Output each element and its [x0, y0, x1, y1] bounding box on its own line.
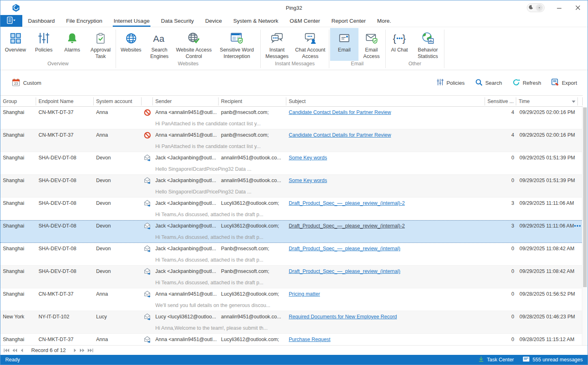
column-header-sender[interactable]: Sender: [153, 96, 219, 107]
last-page-button[interactable]: [88, 348, 93, 352]
cell-sensitive-count: 3: [485, 200, 516, 206]
table-row[interactable]: ShanghaiSHA-DEV-DT-08DevonJack <Jackpanb…: [0, 152, 583, 175]
subject-link[interactable]: Draft_Product_Spec_—_please_review_(inte…: [289, 268, 400, 274]
cell-body-preview: Hello SingaporeIDcardPricePing32 Data ..…: [153, 189, 583, 195]
table-row[interactable]: ShanghaiCN-MKT-DT-37AnnaAnna <annalin945…: [0, 288, 583, 311]
table-row[interactable]: ShanghaiCN-MKT-DT-37AnnaAnna <annalin945…: [0, 107, 583, 129]
ribbon-item-chat-account-access[interactable]: Chat Account Access: [292, 28, 328, 61]
subject-link[interactable]: Purchase Request: [289, 337, 330, 342]
tab-device[interactable]: Device: [200, 15, 227, 27]
refresh-icon: [513, 79, 520, 87]
column-header-recipient[interactable]: Recipient: [219, 96, 286, 107]
tab-system-network[interactable]: System & Network: [227, 15, 284, 27]
cell-endpoint-name: CN-MKT-DT-37: [36, 132, 94, 138]
export-button[interactable]: Export: [552, 79, 577, 87]
ribbon-item-approval-task[interactable]: Approval Task: [86, 28, 115, 61]
tab-dashboard[interactable]: Dashboard: [22, 15, 60, 27]
vertical-scrollbar[interactable]: [582, 107, 587, 345]
first-page-button[interactable]: [4, 348, 9, 352]
ribbon-item-email-access[interactable]: Email Access: [358, 28, 384, 61]
tab-report-center[interactable]: Report Center: [326, 15, 371, 27]
ribbon-item-overview[interactable]: Overview: [1, 28, 30, 61]
prev-group-button[interactable]: [12, 348, 17, 352]
clipboard-check-icon: [95, 31, 106, 45]
column-header-subject[interactable]: Subject: [286, 96, 485, 107]
ribbon-item-instant-messages[interactable]: Instant Messages: [262, 28, 292, 61]
column-header-time[interactable]: Time: [516, 96, 578, 107]
row-more-icon[interactable]: [574, 225, 581, 227]
ribbon-item-alarms[interactable]: Alarms: [58, 28, 86, 61]
cell-system-account: Devon: [94, 268, 142, 274]
cell-system-account: Devon: [94, 155, 142, 161]
sun-icon: [536, 4, 543, 11]
ribbon-group-websites: Websites Aa Search Engines Website Acces…: [116, 27, 260, 70]
custom-date-button[interactable]: 23 Custom: [12, 78, 41, 88]
subject-link[interactable]: Some Key words: [289, 178, 327, 183]
cell-sender: Jack <Jackpanbing@outl...: [153, 268, 219, 274]
table-row[interactable]: ShanghaiSHA-DEV-DT-08DevonJack <Jackpanb…: [0, 175, 583, 198]
minimize-button[interactable]: [555, 2, 563, 13]
next-group-button[interactable]: [79, 348, 85, 352]
ribbon-item-sensitive-word-interception[interactable]: Sensitive Word Interception: [214, 28, 260, 61]
subject-link[interactable]: Draft_Product_Spec_—_please_review_(inte…: [289, 223, 405, 229]
task-center-button[interactable]: Task Center: [478, 356, 514, 363]
table-row[interactable]: ShanghaiCN-MKT-DT-37AnnaAnna <annalin945…: [0, 334, 583, 345]
ribbon-item-websites[interactable]: Websites: [117, 28, 145, 61]
table-row[interactable]: ShanghaiSHA-DEV-DT-08DevonJack <Jackpanb…: [0, 198, 583, 220]
filter-dropdown-icon[interactable]: [572, 99, 575, 104]
next-page-button[interactable]: [73, 348, 77, 352]
email-shield-icon: [365, 31, 378, 45]
cell-subject: Draft_Product_Spec_—_please_review_(inte…: [286, 223, 485, 229]
subject-link[interactable]: Candidate Contact Details for Partner Re…: [289, 132, 391, 138]
ribbon-item-website-access-control[interactable]: Website Access Control: [174, 28, 214, 61]
cell-time: 09/29/2025 11:08:42 AM: [516, 246, 578, 251]
ribbon-item-email[interactable]: Email: [330, 28, 358, 61]
cell-endpoint-name: CN-MKT-DT-37: [36, 110, 94, 115]
sent-mail-icon: [142, 313, 153, 320]
subject-link[interactable]: Candidate Contact Details for Partner Re…: [289, 110, 391, 115]
unread-messages-button[interactable]: 555 unread messages: [523, 356, 583, 363]
tab-data-security[interactable]: Data Security: [155, 15, 200, 27]
cell-body-preview: Hi Teams,As discussed, attached is the d…: [153, 280, 583, 286]
tab-file-encryption[interactable]: File Encryption: [60, 15, 108, 27]
table-row[interactable]: ShanghaiCN-MKT-DT-37AnnaAnna <annalin945…: [0, 129, 583, 152]
subject-link[interactable]: Pricing matter: [289, 291, 320, 297]
column-header-group[interactable]: Group: [0, 96, 36, 107]
policies-button[interactable]: Policies: [437, 79, 465, 87]
column-header-icon[interactable]: [142, 96, 153, 107]
tab-more[interactable]: More.: [371, 15, 397, 27]
ribbon-item-search-engines[interactable]: Aa Search Engines: [145, 28, 174, 61]
ribbon-item-policies[interactable]: Policies: [30, 28, 58, 61]
refresh-button[interactable]: Refresh: [513, 79, 541, 87]
ribbon-group-separator: [444, 30, 444, 68]
main-menu-button[interactable]: [0, 15, 22, 27]
cell-endpoint-name: CN-MKT-DT-37: [36, 337, 94, 342]
calendar-icon: 23: [12, 78, 20, 88]
tab-internet-usage[interactable]: Internet Usage: [108, 15, 155, 27]
ribbon-item-ai-chat[interactable]: {} AI Chat: [386, 28, 412, 61]
subject-link[interactable]: Some Key words: [289, 155, 327, 161]
table-row[interactable]: ShanghaiSHA-DEV-DT-08DevonJack <Jackpanb…: [0, 243, 583, 266]
table-row[interactable]: ShanghaiSHA-DEV-DT-08DevonJack <Jackpanb…: [0, 266, 583, 288]
table-row[interactable]: New YorkNY-IT-DT-102LucyLucy <lucyli3612…: [0, 311, 583, 334]
search-button[interactable]: Search: [475, 79, 502, 87]
prev-page-button[interactable]: [20, 348, 24, 352]
column-header-system-account[interactable]: System account: [94, 96, 142, 107]
subject-link[interactable]: Required Documents for New Employee Reco…: [289, 314, 397, 320]
column-header-sensitive[interactable]: Sensitive ...: [485, 96, 516, 107]
cell-sender: Anna <annalin9451@outl...: [153, 132, 219, 138]
close-button[interactable]: [574, 2, 582, 13]
svg-text:Aa: Aa: [153, 33, 165, 43]
scrollbar-thumb[interactable]: [583, 107, 587, 287]
theme-toggle[interactable]: [527, 3, 545, 12]
table-row[interactable]: ShanghaiSHA-DEV-DT-08DevonJack <Jackpanb…: [0, 220, 583, 243]
subject-link[interactable]: Draft_Product_Spec_—_please_review_(inte…: [289, 200, 405, 206]
cell-sensitive-count: 4: [485, 110, 516, 115]
ribbon-item-behavior-statistics[interactable]: Behavior Statistics: [412, 28, 443, 61]
ribbon-item-label: Policies: [35, 47, 52, 54]
tab-o-m-center[interactable]: O&M Center: [284, 15, 326, 27]
subject-link[interactable]: Draft_Product_Spec_—_please_review_(inte…: [289, 246, 400, 251]
svg-text:}: }: [402, 32, 406, 43]
column-header-endpoint-name[interactable]: Endpoint Name: [36, 96, 94, 107]
cell-subject: Pricing matter: [286, 291, 485, 297]
